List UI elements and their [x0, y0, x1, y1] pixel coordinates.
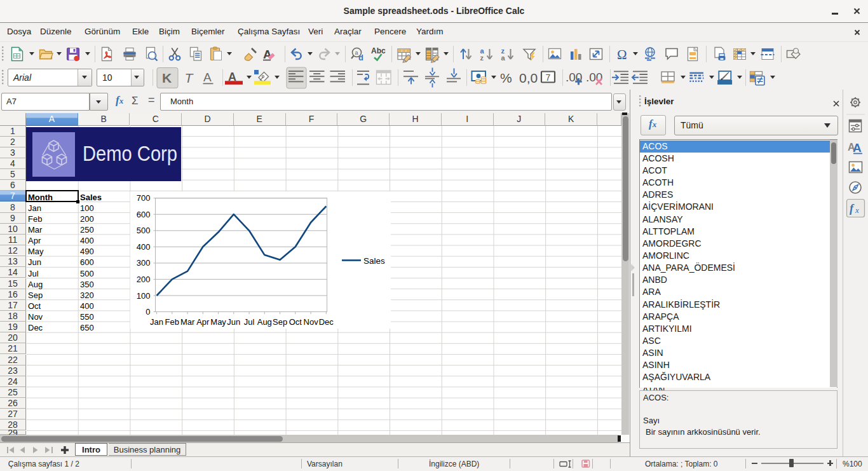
svg-text:a: a	[480, 47, 485, 55]
svg-text:Feb: Feb	[165, 317, 179, 327]
svg-text:z: z	[480, 54, 484, 62]
svg-text:a: a	[501, 54, 506, 62]
svg-text:Jul: Jul	[244, 317, 255, 327]
svg-text:z: z	[501, 47, 505, 55]
svg-text:Dec: Dec	[319, 317, 334, 327]
svg-text:A: A	[853, 141, 862, 154]
svg-text:Apr: Apr	[196, 317, 210, 327]
svg-text:300: 300	[137, 258, 151, 268]
svg-text:Ω: Ω	[617, 47, 627, 62]
svg-text:7: 7	[546, 72, 551, 83]
svg-text:200: 200	[137, 275, 151, 284]
svg-text:a: a	[355, 50, 358, 56]
svg-text:May: May	[210, 317, 226, 327]
svg-text:Sales: Sales	[363, 256, 385, 266]
svg-text:0,0: 0,0	[519, 71, 538, 85]
svg-text:Mar: Mar	[180, 317, 195, 327]
svg-text:Sep: Sep	[273, 317, 287, 327]
svg-text:K: K	[162, 71, 172, 85]
svg-text:x: x	[855, 205, 859, 215]
svg-text:T: T	[185, 71, 194, 85]
svg-text:600: 600	[137, 210, 151, 219]
svg-text:.00: .00	[586, 71, 602, 84]
svg-text:Jan: Jan	[150, 317, 163, 327]
svg-text:Nov: Nov	[304, 317, 319, 327]
svg-text:500: 500	[137, 226, 151, 235]
svg-text:Aug: Aug	[257, 317, 272, 327]
svg-text:A: A	[203, 71, 212, 84]
svg-text:400: 400	[137, 242, 151, 252]
svg-text:Abc: Abc	[371, 46, 386, 55]
svg-text:Oct: Oct	[289, 317, 302, 327]
svg-text:Jun: Jun	[227, 317, 240, 327]
svg-text:100: 100	[137, 291, 151, 301]
svg-text:d: d	[358, 53, 363, 62]
svg-text:%: %	[500, 71, 512, 85]
svg-text:0: 0	[146, 307, 150, 317]
svg-text:700: 700	[137, 193, 151, 203]
